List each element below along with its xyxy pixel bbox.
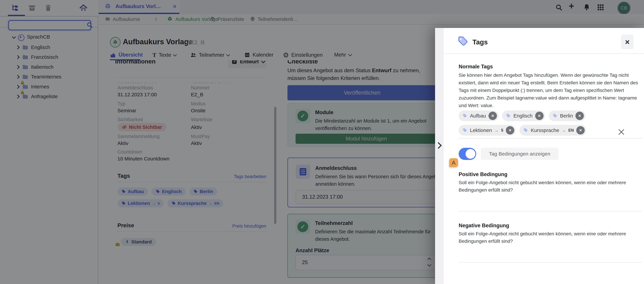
toggle-label-text: Tag Bedingungen anzeigen [489,151,550,157]
tag-arrow: → [562,128,566,133]
tag-chip-label: Lektionen [470,127,492,133]
remove-tag-icon[interactable]: × [576,112,584,120]
tag-icon [462,128,468,133]
tag-conditions-toggle-label[interactable]: Tag Bedingungen anzeigen [481,148,558,160]
close-icon: × [625,37,630,47]
tag-chip: Kurssprache → EN × [520,125,586,136]
negative-condition-text: Soll ein Folge-Angebot nicht gebucht wer… [459,230,640,245]
positive-condition-heading: Positive Bedingung [459,171,507,177]
tag-conditions-toggle[interactable] [459,148,476,160]
tags-panel: Tags × Normale Tags Sie können hier dem … [435,28,644,284]
tag-chip-label: Berlin [560,113,573,119]
panel-title: Tags [472,38,488,46]
tag-icon [506,113,511,118]
panel-close-button[interactable]: × [621,35,634,49]
toggle-knob [466,149,475,159]
tag-icon-large [457,36,469,48]
annotation-badge-letter: A [452,159,456,166]
tag-chip-value: EN [568,128,574,133]
normal-tags-description: Sie können hier dem Angebot Tags hinzufü… [459,71,640,109]
annotation-badge: A [449,158,458,167]
normal-tags-heading: Normale Tags [459,64,493,70]
tag-chip-label: Englisch [514,113,532,119]
remove-tag-icon[interactable]: × [488,112,497,120]
panel-gutter [435,28,444,284]
remove-tag-icon[interactable]: × [576,126,585,135]
tag-icon [523,128,528,133]
tag-chip: Lektionen → 5 × [459,125,516,136]
negative-condition-heading: Negative Bedingung [459,223,509,229]
panel-chip-list[interactable]: Aufbau × Englisch × Berlin × Lektionen →… [459,110,637,136]
app-window: Aufbaukurs Vorl… × + CB Aufba [0,0,644,284]
tag-chip-label: Kurssprache [531,127,559,133]
remove-tag-icon[interactable]: × [506,126,514,135]
clear-tags-icon[interactable] [618,128,625,135]
tag-icon [462,113,468,118]
tag-chip: Englisch × [502,110,545,121]
tag-chip: Berlin × [549,110,586,121]
tag-arrow: → [494,128,498,133]
panel-collapse-chevron-icon[interactable] [435,142,442,149]
tag-chip-value: 5 [501,128,503,133]
tag-chip: Aufbau × [459,110,498,121]
remove-tag-icon[interactable]: × [535,112,544,120]
tag-input-underline [459,138,642,139]
positive-condition-text: Soll ein Folge-Angebot nicht gebucht wer… [459,179,640,194]
tag-chip-label: Aufbau [470,113,486,119]
tag-icon [552,113,558,118]
